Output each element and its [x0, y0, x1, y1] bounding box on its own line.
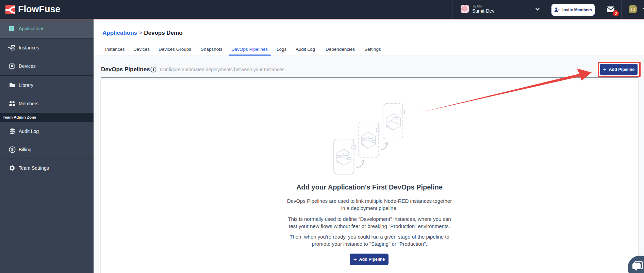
svg-text:$: $ — [11, 147, 14, 152]
